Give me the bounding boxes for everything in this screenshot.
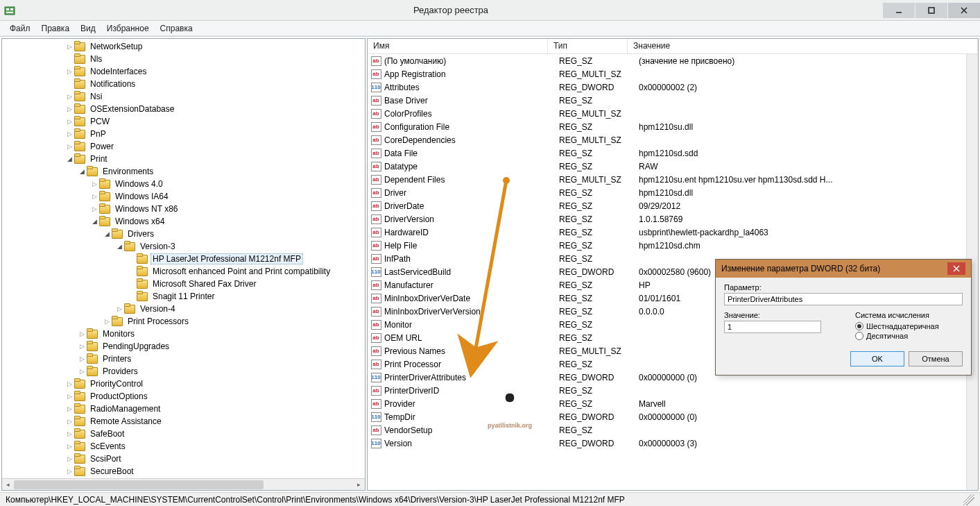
tree-item[interactable]: Notifications [2,78,365,90]
expander-closed-icon[interactable] [65,419,74,425]
cancel-button[interactable]: Отмена [909,351,963,366]
value-row[interactable]: abVendorSetupREG_SZ [368,423,978,437]
tree-item[interactable]: ScsiPort [2,453,365,465]
expander-closed-icon[interactable] [89,206,99,212]
col-type[interactable]: Тип [548,39,628,53]
tree-item[interactable]: NetworkSetup [2,40,365,53]
value-row[interactable]: abPrinterDriverIDREG_SZ [368,384,978,397]
menu-help[interactable]: Справка [155,22,198,35]
tree-scroll[interactable]: NetworkSetupNlsNodeInterfacesNotificatio… [2,39,365,478]
tree-item[interactable]: Microsoft Shared Fax Driver [2,278,365,290]
scroll-thumb[interactable] [14,480,264,489]
minimize-button[interactable] [883,3,915,18]
tree-item[interactable]: Snagit 11 Printer [2,290,365,303]
radix-hex-radio[interactable]: Шестнадцатеричная [855,322,963,330]
menu-favorites[interactable]: Избранное [101,22,155,35]
expander-closed-icon[interactable] [65,119,74,125]
value-row[interactable]: abDriverDateREG_SZ09/29/2012 [368,199,978,212]
col-name[interactable]: Имя [368,39,548,53]
menu-view[interactable]: Вид [75,22,101,35]
tree-item[interactable]: RadioManagement [2,403,365,415]
tree-item[interactable]: Version-4 [2,303,365,315]
value-row[interactable]: ab(По умолчанию)REG_SZ(значение не присв… [368,54,978,67]
radix-dec-radio[interactable]: Десятичная [855,332,963,340]
dialog-titlebar[interactable]: Изменение параметра DWORD (32 бита) [716,260,971,278]
tree-item[interactable]: Drivers [2,228,365,240]
scroll-left-icon[interactable]: ◂ [2,479,14,491]
value-row[interactable]: abDriverVersionREG_SZ1.0.1.58769 [368,212,978,226]
value-row[interactable]: abConfiguration FileREG_SZhpm1210su.dll [368,120,978,133]
expander-closed-icon[interactable] [65,94,74,100]
value-row[interactable]: abCoreDependenciesREG_MULTI_SZ [368,133,978,146]
expander-closed-icon[interactable] [102,319,112,325]
expander-open-icon[interactable] [65,156,74,162]
ok-button[interactable]: OK [850,351,904,366]
tree-item[interactable]: ScEvents [2,440,365,453]
scroll-track[interactable] [14,479,353,490]
tree-item[interactable]: Windows x64 [2,215,365,228]
tree-item[interactable]: Windows IA64 [2,190,365,203]
value-row[interactable]: 110AttributesREG_DWORD0x00000002 (2) [368,81,978,94]
close-button[interactable] [948,3,980,18]
dialog-close-button[interactable] [947,262,965,275]
tree-item[interactable]: Providers [2,365,365,378]
expander-closed-icon[interactable] [77,369,87,375]
expander-open-icon[interactable] [114,244,124,250]
value-row[interactable]: abHardwareIDREG_SZusbprint\hewlett-packa… [368,226,978,239]
tree-item[interactable]: Nls [2,53,365,65]
expander-open-icon[interactable] [77,169,87,175]
expander-closed-icon[interactable] [65,69,74,75]
tree-item[interactable]: PCW [2,115,365,128]
tree-item[interactable]: Remote Assistance [2,415,365,428]
tree-item[interactable]: Monitors [2,328,365,340]
tree-item[interactable]: Printers [2,353,365,365]
tree-item[interactable]: SafeBoot [2,428,365,440]
expander-closed-icon[interactable] [65,381,74,387]
value-row[interactable]: 110VersionREG_DWORD0x00000003 (3) [368,437,978,450]
expander-closed-icon[interactable] [89,181,99,187]
tree-item[interactable]: Environments [2,165,365,178]
expander-closed-icon[interactable] [65,394,74,400]
value-row[interactable]: abDatatypeREG_SZRAW [368,160,978,173]
expander-closed-icon[interactable] [89,194,99,200]
tree-item[interactable]: Microsoft enhanced Point and Print compa… [2,265,365,278]
value-row[interactable]: abProviderREG_SZMarvell [368,397,978,410]
value-row[interactable]: abDependent FilesREG_MULTI_SZhpm1210su.e… [368,173,978,186]
value-row[interactable]: 110TempDirREG_DWORD0x00000000 (0) [368,410,978,423]
value-row[interactable]: abApp RegistrationREG_MULTI_SZ [368,67,978,81]
tree-item[interactable]: OSExtensionDatabase [2,103,365,115]
tree-item[interactable]: Version-3 [2,240,365,253]
expander-closed-icon[interactable] [65,444,74,450]
value-row[interactable]: abBase DriverREG_SZ [368,94,978,107]
tree-item[interactable]: PnP [2,128,365,140]
value-row[interactable]: abHelp FileREG_SZhpm1210sd.chm [368,239,978,252]
value-input[interactable] [724,321,821,333]
maximize-button[interactable] [915,3,947,18]
param-name-input[interactable] [724,293,963,305]
col-value[interactable]: Значение [628,39,978,53]
expander-closed-icon[interactable] [65,144,74,150]
resize-grip-icon[interactable] [963,494,974,505]
tree-item[interactable]: PriorityControl [2,378,365,390]
tree-item[interactable]: Windows NT x86 [2,203,365,215]
tree-hscrollbar[interactable]: ◂ ▸ [2,478,365,490]
tree-item[interactable]: Print [2,153,365,165]
expander-closed-icon[interactable] [65,431,74,437]
menu-edit[interactable]: Правка [36,22,76,35]
value-row[interactable]: abData FileREG_SZhpm1210sd.sdd [368,146,978,160]
tree-item[interactable]: SecureBoot [2,465,365,478]
tree-item[interactable]: HP LaserJet Professional M1212nf MFP [2,253,365,265]
tree-item[interactable]: Nsi [2,90,365,103]
scroll-right-icon[interactable]: ▸ [353,479,365,491]
value-row[interactable]: abDriverREG_SZhpm1210sd.dll [368,186,978,199]
tree-item[interactable]: PendingUpgrades [2,340,365,353]
expander-closed-icon[interactable] [114,306,124,312]
expander-closed-icon[interactable] [65,106,74,112]
expander-closed-icon[interactable] [65,131,74,137]
expander-closed-icon[interactable] [77,331,87,337]
expander-closed-icon[interactable] [65,469,74,475]
tree-item[interactable]: ProductOptions [2,390,365,403]
value-row[interactable]: abColorProfilesREG_MULTI_SZ [368,107,978,120]
tree-item[interactable]: NodeInterfaces [2,65,365,78]
expander-closed-icon[interactable] [77,344,87,350]
